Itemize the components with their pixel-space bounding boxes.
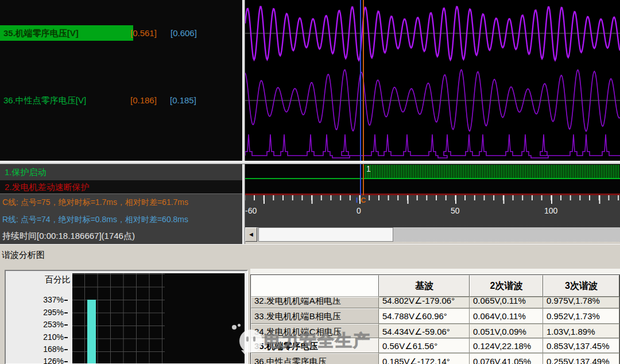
event-row-diff-trip[interactable]: 2.发电机差动速断保护 (0, 180, 242, 193)
harmonic-chart-ylabel: 百分比 (6, 274, 71, 285)
row32-h2: 0.065V,0.11% (473, 297, 542, 308)
harmonic-chart-panel: 百分比 337% 295% 253% 210% 168% 126% (5, 270, 248, 364)
time-ruler[interactable]: -60 0 50 100 I C (245, 195, 620, 227)
r-cursor-marker[interactable]: I (356, 196, 358, 204)
panel-vertical-divider[interactable] (242, 0, 245, 244)
row36-h2: 0.076V,41.05% (473, 354, 542, 364)
harmonic-ytick-337: 337% (6, 295, 68, 304)
row32-name: 32.发电机机端A相电压 (254, 297, 378, 308)
header-2nd-harmonic: 2次谐波 (470, 275, 543, 297)
channel-row-36[interactable]: 36.中性点零序电压[V] (3, 94, 86, 107)
c-cursor-info: C线: 点号=75，绝对时标=1.7ms，相对时差=61.7ms (2, 198, 188, 208)
record-duration-info: 持续时间[0:00:18.186667](1746点) (2, 231, 135, 242)
c-cursor-marker[interactable]: C (361, 196, 366, 204)
row35-name: 35.机端零序电压 (254, 339, 378, 353)
event-protection-start-label: 1.保护启动 (0, 164, 242, 180)
harmonic-table-panel: 基波 2次谐波 3次谐波 32.发电机机端A相电压 54.802V∠-179.0… (250, 269, 620, 364)
ruler-major-ticks (245, 195, 620, 204)
row33-name: 33.发电机机端B相电压 (254, 309, 378, 323)
table-row-34[interactable]: 34.发电机机端C相电压 54.434V∠-59.06° 0.051V,0.09… (251, 324, 619, 338)
scrollbar-track[interactable] (393, 227, 620, 242)
harmonic-ytick-126: 126% (6, 357, 68, 364)
header-channel-column (251, 275, 379, 297)
r-cursor-line[interactable] (360, 0, 361, 195)
harmonic-bar-chart (72, 273, 245, 363)
ruler-label-50: 50 (451, 206, 460, 215)
ruler-label-minus60: -60 (245, 206, 257, 215)
header-3rd-harmonic: 3次谐波 (543, 275, 619, 297)
digital-trace-flag: 1 (366, 164, 371, 173)
row34-name: 34.发电机机端C相电压 (254, 324, 378, 338)
ruler-label-100: 100 (544, 206, 557, 215)
analog-waveform-plot[interactable] (245, 0, 620, 161)
harmonic-ytick-253: 253% (6, 320, 68, 329)
channel-35-cursor-c-value: [0.561] (130, 28, 157, 38)
channel-36-cursor-c-value: [0.186] (130, 95, 157, 105)
channel-35-label: 35.机端零序电压[V] (3, 25, 79, 41)
channel-35-cursor-r-value: [0.606] (170, 28, 197, 38)
scrollbar-left-arrow-button[interactable]: ◄ (245, 227, 257, 242)
harmonic-ytick-210: 210% (6, 332, 68, 342)
row36-h3: 0.255V,137.49% (547, 354, 619, 364)
cursor-info-panel: C线: 点号=75，绝对时标=1.7ms，相对时差=61.7ms R线: 点号=… (0, 193, 242, 244)
row36-fundamental: 0.185V∠-172.14° (382, 354, 469, 364)
row34-h2: 0.051V,0.09% (473, 324, 542, 338)
scrollbar-thumb[interactable] (258, 227, 393, 242)
table-row-33[interactable]: 33.发电机机端B相电压 54.788V∠60.96° 0.064V,0.11%… (251, 308, 619, 324)
row34-h3: 1.03V,1.89% (547, 324, 619, 338)
ruler-label-0: 0 (356, 206, 361, 215)
fault-recorder-app: 35.机端零序电压[V] [0.561] [0.606] 36.中性点零序电压[… (0, 0, 620, 364)
row35-h2: 0.124V,22.18% (473, 339, 542, 353)
row33-h3: 0.952V,1.73% (547, 309, 619, 323)
horizontal-scrollbar: ◄ (245, 227, 620, 242)
channel-36-cursor-r-value: [0.185] (170, 95, 196, 105)
row36-name: 36.中性点零序电压 (254, 354, 378, 364)
digital-trace-active-block (363, 165, 620, 179)
row33-h2: 0.064V,0.11% (473, 309, 542, 323)
row33-fundamental: 54.788V∠60.96° (382, 309, 469, 323)
waveform-area: 1 -60 0 50 100 I C ◄ (245, 0, 620, 244)
row35-h3: 0.853V,137.45% (547, 339, 619, 353)
channel-list-panel: 35.机端零序电压[V] [0.561] [0.606] 36.中性点零序电压[… (0, 0, 242, 244)
row34-fundamental: 54.434V∠-59.06° (382, 324, 469, 338)
header-fundamental: 基波 (379, 275, 470, 297)
row32-fundamental: 54.802V∠-179.06° (382, 297, 469, 308)
row35-fundamental: 0.56V∠61.56° (382, 339, 469, 353)
harmonic-table-header-row: 基波 2次谐波 3次谐波 (251, 275, 619, 297)
harmonic-analysis-section: 谐波分析图 百分比 337% 295% 253% 210% 168% 126% … (0, 244, 620, 364)
table-row-32[interactable]: 32.发电机机端A相电压 54.802V∠-179.06° 0.065V,0.1… (251, 297, 619, 308)
channel-row-35[interactable]: 35.机端零序电压[V] (0, 25, 133, 41)
harmonic-ytick-168: 168% (6, 344, 68, 354)
row32-h3: 0.975V,1.78% (547, 297, 619, 308)
harmonic-ytick-295: 295% (6, 308, 68, 317)
table-row-35-selected[interactable]: 35.机端零序电压 0.56V∠61.56° 0.124V,22.18% 0.8… (251, 338, 619, 353)
harmonic-section-title: 谐波分析图 (2, 250, 45, 261)
panel-horizontal-divider (0, 161, 620, 164)
c-cursor-line[interactable] (363, 0, 364, 195)
event-row-protection-start[interactable]: 1.保护启动 (0, 164, 242, 180)
harmonic-bar-fundamental (87, 300, 96, 363)
r-cursor-info: R线: 点号=74，绝对时标=0.8ms，相对时差=60.8ms (2, 215, 188, 225)
table-row-36[interactable]: 36.中性点零序电压 0.185V∠-172.14° 0.076V,41.05%… (251, 353, 619, 364)
event-diff-trip-label: 2.发电机差动速断保护 (0, 180, 242, 193)
digital-trace-area[interactable]: 1 (245, 164, 620, 193)
harmonic-chart-grid (72, 273, 165, 363)
